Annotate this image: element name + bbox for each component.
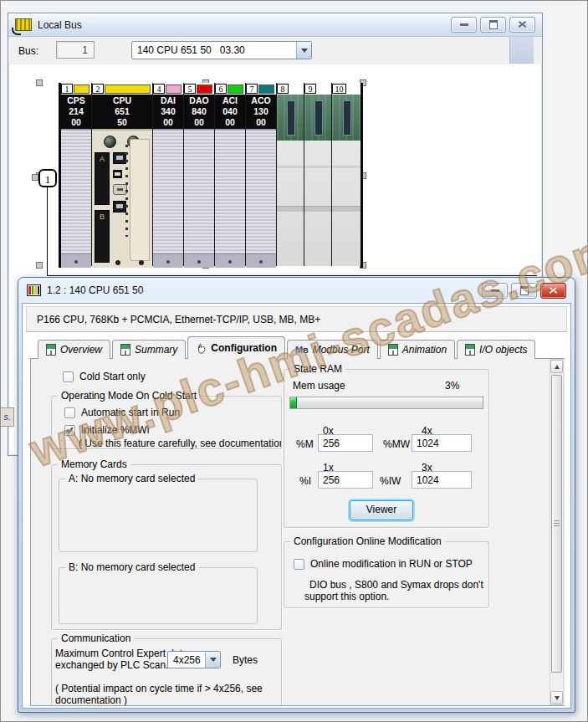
- cpu-description: P166 CPU, 768Kb + PCMCIA, Ethernet-TCP/I…: [26, 306, 567, 332]
- rack-module-slot1[interactable]: 1 CPS21400: [61, 83, 92, 266]
- module-icon: [46, 344, 56, 356]
- bus-line-horizontal: [47, 275, 537, 276]
- scroll-up-button[interactable]: [550, 360, 563, 373]
- percent-i-label: %I: [299, 475, 311, 487]
- rack-empty-slot9[interactable]: 9: [304, 83, 332, 266]
- initialize-mwi-checkbox[interactable]: [64, 425, 75, 436]
- tab-modbus-port[interactable]: MBModbus Port: [287, 340, 378, 359]
- rack-modules: 1 CPS21400 2 CPU65150 A: [61, 83, 360, 266]
- online-modification-label: Online modification in RUN or STOP: [310, 558, 473, 570]
- close-button[interactable]: [509, 17, 535, 33]
- dropdown-arrow-button[interactable]: [296, 42, 311, 59]
- drop-number-tag[interactable]: 1: [38, 169, 57, 187]
- clipped-side-button[interactable]: s.: [1, 407, 14, 427]
- module-color-bar: [258, 84, 274, 94]
- chevron-down-icon: [301, 49, 308, 53]
- online-modification-checkbox[interactable]: [294, 559, 304, 570]
- backplane-pcb: [304, 95, 331, 141]
- rack-empty-slot10[interactable]: 10: [332, 83, 360, 266]
- backplane-pcb: [332, 95, 360, 141]
- backplane-connector: [343, 100, 351, 136]
- slot-number: 4: [153, 84, 165, 94]
- cpu-type-dropdown[interactable]: 140 CPU 651 50 03.30: [131, 41, 312, 59]
- automatic-start-checkbox[interactable]: [64, 407, 75, 418]
- module-label: ACI04000: [215, 95, 245, 129]
- percent-mw-label: %MW: [383, 438, 410, 450]
- percent-iw-input[interactable]: [412, 471, 472, 489]
- dropdown-arrow-button[interactable]: [205, 652, 220, 668]
- cold-start-checkbox[interactable]: [63, 371, 74, 382]
- panel-scrollbar[interactable]: [550, 359, 564, 705]
- scan-size-dropdown[interactable]: 4x256: [167, 651, 221, 668]
- percent-mw-input[interactable]: [412, 434, 472, 452]
- maximize-icon: [520, 286, 529, 295]
- viewer-button[interactable]: Viewer: [350, 500, 413, 520]
- selection-handle[interactable]: [36, 79, 43, 86]
- backplane-pcb: [277, 95, 304, 141]
- operating-mode-title: Operating Mode On Cold Start: [58, 390, 200, 402]
- tab-configuration[interactable]: Configuration: [187, 336, 285, 359]
- restore-button[interactable]: [480, 17, 506, 33]
- cpu-dialog-title: 1.2 : 140 CPU 651 50: [47, 284, 143, 296]
- module-vent-grille: [153, 129, 183, 268]
- maximize-button[interactable]: [511, 283, 537, 299]
- slot-number: 2: [92, 84, 104, 94]
- cpu-dialog-titlebar[interactable]: 1.2 : 140 CPU 651 50: [18, 278, 575, 303]
- module-label: DAO84000: [184, 95, 214, 129]
- module-icon: [120, 344, 130, 356]
- percent-i-input[interactable]: [318, 471, 373, 489]
- rack-module-slot2-cpu[interactable]: 2 CPU65150 A B: [92, 83, 153, 266]
- hand-pointer-icon: [196, 343, 207, 354]
- bus-number-field[interactable]: 1: [56, 41, 95, 59]
- rack-module-slot4[interactable]: 4 DAI34000: [153, 83, 184, 266]
- rack-empty-slot8[interactable]: 8: [277, 83, 304, 266]
- slot-number: 6: [215, 84, 227, 94]
- memory-card-b-group: B: No memory card selected: [59, 567, 258, 624]
- online-modification-title: Configuration Online Modification: [290, 535, 445, 547]
- memory-card-a-group: A: No memory card selected: [59, 479, 258, 552]
- close-button[interactable]: [540, 283, 566, 299]
- pcmcia-slot-b: B: [95, 210, 110, 263]
- module-label: ACO13000: [246, 95, 276, 129]
- local-bus-titlebar[interactable]: Local Bus: [8, 13, 542, 37]
- operating-mode-note: ( Use this feature carefully, see docume…: [79, 438, 281, 449]
- comm-note-line2: documentation ): [55, 694, 278, 706]
- tab-summary[interactable]: Summary: [112, 340, 186, 359]
- selection-handle[interactable]: [36, 262, 43, 269]
- communication-title: Communication: [58, 632, 134, 644]
- memory-card-b-label: B: No memory card selected: [65, 561, 198, 573]
- rack-module-slot6[interactable]: 6 ACI04000: [215, 83, 246, 266]
- tab-strip: Overview Summary Configuration MBModbus …: [38, 336, 537, 359]
- module-color-bar: [74, 84, 89, 94]
- rack-module-slot5[interactable]: 5 DAO84000: [184, 83, 215, 266]
- usb-port-icon: [113, 170, 122, 178]
- minimize-icon: [491, 289, 499, 292]
- drop-handle[interactable]: [32, 174, 38, 181]
- cpu-front-panel: A B: [92, 129, 152, 268]
- slot-number: 10: [332, 84, 346, 94]
- online-mod-note-line2: support this option.: [304, 591, 389, 602]
- checkmark-icon: [65, 426, 74, 435]
- slot-number: 7: [246, 84, 258, 94]
- percent-m-input[interactable]: [318, 434, 373, 452]
- cpu-door-panel: [130, 139, 150, 261]
- slot-number: 5: [184, 84, 196, 94]
- module-label: CPU65150: [92, 95, 152, 129]
- tab-overview[interactable]: Overview: [38, 340, 110, 359]
- scrollbar-thumb[interactable]: [551, 375, 562, 673]
- bus-label: Bus:: [18, 45, 38, 57]
- minimize-button[interactable]: [482, 283, 508, 299]
- module-vent-grille: [246, 129, 276, 268]
- scroll-down-button[interactable]: [550, 691, 563, 704]
- online-mod-note-line1: DIO bus , S800 and Symax drops don't: [309, 579, 483, 591]
- mem-usage-progressbar: [289, 397, 483, 409]
- rack-right-rail: [360, 83, 363, 268]
- tab-io-objects[interactable]: I/O objects: [457, 340, 535, 359]
- tab-animation[interactable]: Animation: [380, 340, 455, 359]
- automatic-start-label: Automatic start in Run: [81, 407, 180, 418]
- minimize-button[interactable]: [451, 17, 477, 33]
- arrow-down-icon: [555, 696, 560, 700]
- module-color-bar: [166, 84, 182, 94]
- rack-module-slot7[interactable]: 7 ACO13000: [246, 83, 277, 266]
- percent-iw-label: %IW: [380, 475, 401, 487]
